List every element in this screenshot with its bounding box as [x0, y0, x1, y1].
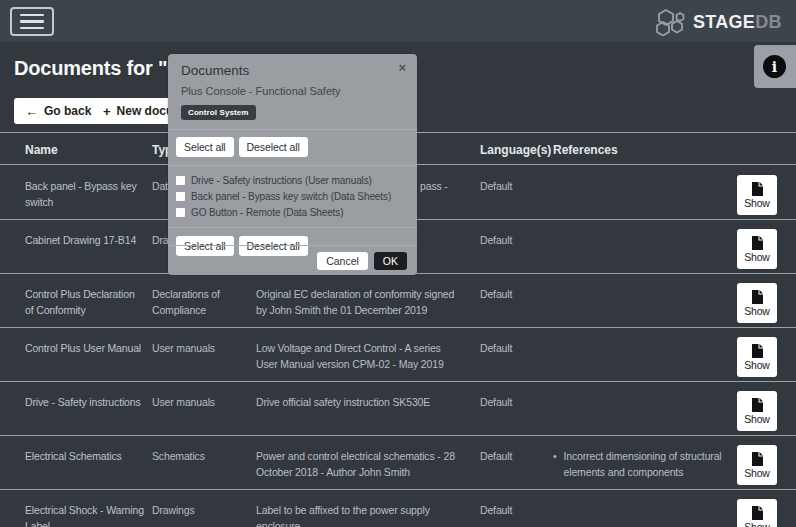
column-header-languages: Language(s)	[480, 133, 553, 164]
show-button[interactable]: Show	[737, 499, 777, 527]
column-header-name: Name	[25, 133, 152, 164]
doc-description-text: Label to be affixed to the power supply …	[256, 502, 458, 527]
cancel-button[interactable]: Cancel	[317, 252, 368, 270]
doc-type-cell: Declarations of Compliance	[152, 274, 256, 327]
file-icon	[752, 182, 763, 196]
ok-button[interactable]: OK	[374, 252, 407, 270]
doc-language-cell: Default	[480, 166, 553, 219]
document-checkbox-row: Back panel - Bypass key switch (Data She…	[176, 190, 409, 203]
document-checkbox[interactable]	[176, 208, 185, 217]
doc-description-cell: Drive official safety instruction SK530E	[256, 382, 480, 435]
modal-close-button[interactable]: ×	[398, 61, 406, 74]
file-icon	[752, 452, 763, 466]
document-checkbox-list: Drive - Safety instructions (User manual…	[176, 174, 409, 219]
show-button-label: Show	[744, 521, 769, 527]
close-icon: ×	[398, 60, 406, 75]
doc-description-cell: Low Voltage and Direct Control - A serie…	[256, 328, 480, 381]
doc-type-cell: User manuals	[152, 328, 256, 381]
show-button-label: Show	[744, 413, 769, 425]
doc-language-cell: Default	[480, 274, 553, 327]
doc-references-cell	[553, 490, 737, 527]
table-row: Control Plus Declaration of Conformity D…	[0, 274, 796, 328]
doc-description-cell: Power and control electrical schematics …	[256, 436, 480, 489]
doc-name-cell: Electrical Schematics	[25, 436, 152, 489]
go-back-button[interactable]: ← Go back	[14, 98, 102, 124]
table-row: Drive - Safety instructions User manuals…	[0, 382, 796, 436]
plus-icon: +	[103, 104, 111, 119]
doc-type-cell: Schematics	[152, 436, 256, 489]
table-row: Electrical Shock - Warning Label Drawing…	[0, 490, 796, 527]
brand-logo: STAGEDB	[652, 8, 782, 36]
document-checkbox-label: GO Button - Remote (Data Sheets)	[191, 207, 343, 218]
doc-references-cell	[553, 328, 737, 381]
brand-text: STAGEDB	[693, 12, 782, 33]
show-button-label: Show	[744, 359, 769, 371]
show-button[interactable]: Show	[737, 229, 777, 269]
doc-references-cell	[553, 220, 737, 273]
hamburger-icon	[20, 27, 44, 30]
document-checkbox[interactable]	[176, 176, 185, 185]
modal-footer: Cancel OK	[168, 245, 417, 275]
hamburger-menu-button[interactable]	[10, 7, 54, 36]
table-row: Control Plus User Manual User manuals Lo…	[0, 328, 796, 382]
doc-name-cell: Cabinet Drawing 17-B14	[25, 220, 152, 273]
show-button[interactable]: Show	[737, 445, 777, 485]
select-all-button[interactable]: Select all	[176, 137, 234, 157]
app-window: STAGEDB Documents for "Control System" ←…	[0, 0, 796, 527]
doc-actions-cell: Show	[737, 166, 777, 219]
doc-actions-cell: Show	[737, 328, 777, 381]
doc-description-text: pass -	[420, 178, 448, 194]
document-checkbox-row: Drive - Safety instructions (User manual…	[176, 174, 409, 187]
file-icon	[752, 506, 763, 520]
doc-actions-cell: Show	[737, 274, 777, 327]
show-button-label: Show	[744, 305, 769, 317]
show-button-label: Show	[744, 197, 769, 209]
document-checkbox-label: Drive - Safety instructions (User manual…	[191, 175, 372, 186]
doc-name-cell: Control Plus User Manual	[25, 328, 152, 381]
show-button-label: Show	[744, 467, 769, 479]
modal-title: Documents	[181, 63, 404, 78]
file-icon	[752, 236, 763, 250]
group-badge: Control System	[181, 105, 256, 120]
file-icon	[752, 290, 763, 304]
document-checkbox[interactable]	[176, 192, 185, 201]
modal-body: Select all Deselect all Drive - Safety i…	[168, 130, 417, 256]
column-header-actions	[737, 133, 777, 164]
top-navbar: STAGEDB	[0, 0, 796, 42]
file-icon	[752, 344, 763, 358]
doc-references-cell	[553, 166, 737, 219]
hamburger-icon	[20, 20, 44, 23]
doc-type-cell: User manuals	[152, 382, 256, 435]
documents-modal: Documents × Plus Console - Functional Sa…	[168, 54, 417, 275]
doc-language-cell: Default	[480, 220, 553, 273]
go-back-label: Go back	[44, 104, 91, 118]
modal-header: Documents × Plus Console - Functional Sa…	[168, 54, 417, 120]
file-icon	[752, 398, 763, 412]
doc-actions-cell: Show	[737, 382, 777, 435]
show-button[interactable]: Show	[737, 337, 777, 377]
info-icon: i	[763, 55, 786, 78]
doc-actions-cell: Show	[737, 436, 777, 489]
doc-references-cell: Incorrect dimensioning of structural ele…	[553, 436, 737, 489]
show-button[interactable]: Show	[737, 175, 777, 215]
doc-description-text: Power and control electrical schematics …	[256, 448, 458, 480]
modal-divider	[168, 165, 417, 166]
doc-description-text: Original EC declaration of conformity si…	[256, 286, 458, 318]
doc-actions-cell: Show	[737, 490, 777, 527]
doc-type-cell: Drawings	[152, 490, 256, 527]
hexagon-cluster-icon	[652, 8, 690, 36]
deselect-all-button[interactable]: Deselect all	[239, 137, 308, 157]
doc-language-cell: Default	[480, 490, 553, 527]
show-button[interactable]: Show	[737, 283, 777, 323]
doc-description-text: Drive official safety instruction SK530E	[256, 394, 430, 410]
table-row: Electrical Schematics Schematics Power a…	[0, 436, 796, 490]
document-checkbox-label: Back panel - Bypass key switch (Data She…	[191, 191, 391, 202]
doc-description-cell: Original EC declaration of conformity si…	[256, 274, 480, 327]
show-button[interactable]: Show	[737, 391, 777, 431]
back-arrow-icon: ←	[25, 104, 38, 119]
column-header-references: References	[553, 133, 737, 164]
info-button[interactable]: i	[754, 45, 796, 88]
doc-language-cell: Default	[480, 382, 553, 435]
doc-name-cell: Electrical Shock - Warning Label	[25, 490, 152, 527]
doc-references-cell	[553, 274, 737, 327]
